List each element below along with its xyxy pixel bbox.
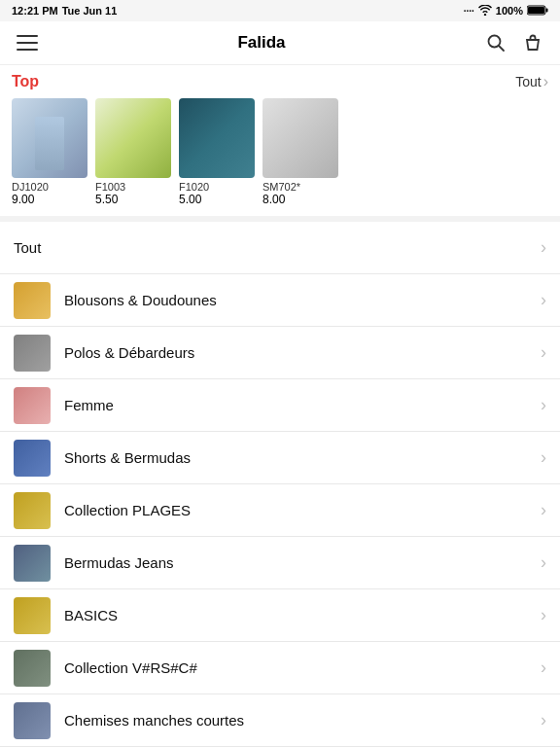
- category-thumb-shorts: [14, 440, 51, 477]
- top-label: Top: [12, 73, 39, 90]
- product-image: [12, 98, 88, 178]
- top-header: Top Tout ›: [12, 73, 548, 90]
- svg-rect-1: [546, 8, 548, 12]
- tout-chevron-icon: ›: [543, 73, 548, 90]
- category-item-shorts[interactable]: Shorts & Bermudas›: [0, 432, 560, 484]
- category-chevron-icon: ›: [541, 552, 546, 573]
- product-price: 5.50: [95, 193, 171, 206]
- category-thumb-femme: [14, 387, 51, 424]
- category-label-chemises: Chemises manches courtes: [64, 712, 541, 729]
- category-thumb-bermudas: [14, 545, 51, 582]
- category-item-basics[interactable]: BASICS›: [0, 589, 560, 642]
- product-item-f1003[interactable]: F10035.50: [95, 98, 171, 206]
- product-item-sm702*[interactable]: SM702*8.00: [262, 98, 338, 206]
- menu-button[interactable]: [14, 29, 41, 56]
- category-label-shorts: Shorts & Bermudas: [64, 449, 541, 466]
- category-chevron-icon: ›: [541, 342, 546, 363]
- header-title: Falida: [41, 33, 482, 53]
- category-label-basics: BASICS: [64, 607, 541, 623]
- svg-rect-5: [17, 49, 38, 51]
- product-code: SM702*: [262, 181, 338, 193]
- category-chevron-icon: ›: [541, 500, 546, 520]
- product-grid: DJ10209.00F10035.50F10205.00SM702*8.00: [12, 98, 548, 206]
- category-item-tout[interactable]: Tout›: [0, 222, 560, 274]
- signal-icon: ····: [464, 6, 474, 17]
- category-item-bermudas[interactable]: Bermudas Jeans›: [0, 537, 560, 589]
- status-date: Tue Jun 11: [62, 5, 118, 17]
- product-item-dj1020[interactable]: DJ10209.00: [12, 98, 88, 206]
- category-thumb-blousons: [14, 282, 51, 319]
- status-bar: 12:21 PM Tue Jun 11 ···· 100%: [0, 0, 560, 21]
- category-thumb-collection-v: [14, 650, 51, 687]
- status-left: 12:21 PM Tue Jun 11: [12, 5, 117, 17]
- header: Falida: [0, 21, 560, 65]
- category-label-tout: Tout: [14, 239, 541, 256]
- category-item-polos[interactable]: Polos & Débardeurs›: [0, 327, 560, 379]
- product-image: [95, 98, 171, 178]
- product-image: [179, 98, 255, 178]
- category-chevron-icon: ›: [541, 710, 546, 730]
- category-item-collection-v[interactable]: Collection V#RS#C#›: [0, 642, 560, 694]
- product-price: 8.00: [262, 193, 338, 206]
- category-label-blousons: Blousons & Doudounes: [64, 292, 541, 308]
- category-chevron-icon: ›: [541, 447, 546, 468]
- status-right: ···· 100%: [464, 5, 548, 18]
- category-item-femme[interactable]: Femme›: [0, 379, 560, 432]
- svg-rect-3: [17, 35, 38, 37]
- category-thumb-polos: [14, 335, 51, 372]
- battery-icon: [527, 5, 548, 18]
- tout-text: Tout: [515, 74, 541, 89]
- category-item-blousons[interactable]: Blousons & Doudounes›: [0, 274, 560, 327]
- category-label-bermudas: Bermudas Jeans: [64, 554, 541, 571]
- product-code: DJ1020: [12, 181, 88, 193]
- bag-button[interactable]: [519, 29, 546, 56]
- product-code: F1003: [95, 181, 171, 193]
- category-chevron-icon: ›: [541, 290, 546, 310]
- category-label-plages: Collection PLAGES: [64, 502, 541, 518]
- category-chevron-icon: ›: [541, 237, 546, 258]
- product-image: [262, 98, 338, 178]
- status-time: 12:21 PM: [12, 5, 58, 17]
- search-button[interactable]: [482, 29, 509, 56]
- product-item-f1020[interactable]: F10205.00: [179, 98, 255, 206]
- svg-line-7: [499, 46, 504, 51]
- svg-rect-2: [528, 7, 544, 14]
- top-tout-link[interactable]: Tout ›: [515, 73, 548, 90]
- category-thumb-basics: [14, 597, 51, 634]
- battery-label: 100%: [496, 5, 523, 17]
- category-label-femme: Femme: [64, 397, 541, 413]
- category-chevron-icon: ›: [541, 605, 546, 625]
- top-section: Top Tout › DJ10209.00F10035.50F10205.00S…: [0, 65, 560, 216]
- category-chevron-icon: ›: [541, 658, 546, 678]
- category-chevron-icon: ›: [541, 395, 546, 415]
- svg-rect-4: [17, 42, 38, 44]
- product-code: F1020: [179, 181, 255, 193]
- category-list: Tout›Blousons & Doudounes›Polos & Débard…: [0, 216, 560, 747]
- category-thumb-plages: [14, 492, 51, 529]
- product-price: 9.00: [12, 193, 88, 206]
- category-label-polos: Polos & Débardeurs: [64, 344, 541, 361]
- category-item-plages[interactable]: Collection PLAGES›: [0, 484, 560, 537]
- category-item-chemises[interactable]: Chemises manches courtes›: [0, 694, 560, 747]
- wifi-icon: [478, 5, 492, 18]
- category-thumb-chemises: [14, 702, 51, 739]
- category-label-collection-v: Collection V#RS#C#: [64, 659, 541, 676]
- product-price: 5.00: [179, 193, 255, 206]
